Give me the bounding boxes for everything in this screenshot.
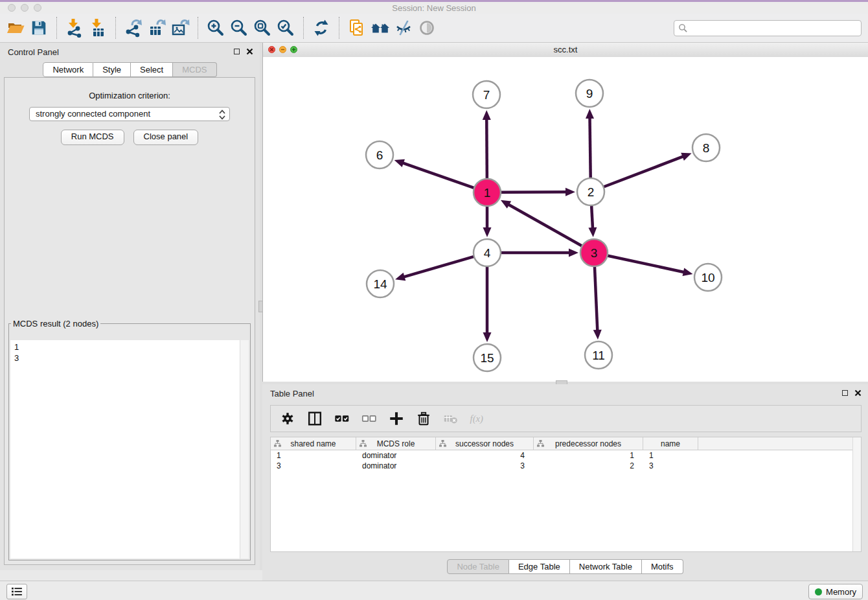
graph-node-label: 9 [586,87,593,100]
table-cell[interactable]: 2 [534,461,643,471]
export-network-icon [124,18,143,38]
tab-edge-table[interactable]: Edge Table [509,559,570,574]
graph-node-label: 7 [483,88,490,102]
graph-node-label: 2 [588,185,595,199]
table-scrollbar[interactable] [852,437,861,551]
tab-mcds[interactable]: MCDS [173,62,216,77]
delete-table-button[interactable] [442,410,460,428]
run-mcds-button[interactable]: Run MCDS [61,130,124,145]
table-cell[interactable]: dominator [356,461,436,471]
select-all-button[interactable] [333,410,351,428]
table-cell[interactable]: 1 [271,450,356,461]
clone-network-button[interactable] [345,16,369,40]
graph-edge-3-10[interactable] [608,255,685,272]
hide-visuals-button[interactable] [392,16,415,40]
save-floppy-icon [30,19,48,37]
zoom-fit-button[interactable] [251,16,274,40]
table-settings-button[interactable] [279,410,297,428]
column-header-successor-nodes[interactable]: successor nodes [436,437,534,450]
column-header-shared-name[interactable]: shared name [271,437,356,450]
show-visuals-button[interactable] [415,16,439,40]
search-input[interactable] [691,23,861,34]
float-panel-icon[interactable] [234,49,240,54]
save-session-button[interactable] [27,16,51,40]
float-panel-icon[interactable] [842,390,848,396]
open-session-button[interactable] [4,16,27,40]
network-title: scc.txt [263,45,868,54]
graph-edge-1-6[interactable] [402,163,474,188]
refresh-button[interactable] [310,16,333,40]
zoom-out-button[interactable] [227,16,251,40]
columns-icon [306,410,323,427]
toolbar-separator [303,17,304,39]
graph-edge-1-2[interactable] [501,192,567,192]
column-header-name[interactable]: name [643,437,698,450]
add-column-button[interactable] [387,410,405,428]
houses-button[interactable] [369,16,392,40]
column-header-mcds-role[interactable]: MCDS role [356,437,436,450]
zoom-out-icon [229,18,249,38]
refresh-icon [312,18,331,38]
export-network-button[interactable] [122,16,145,40]
mcds-result-title: MCDS result (2 nodes) [11,319,100,329]
mcds-result-textarea[interactable]: 1 3 [10,340,249,559]
table-cell[interactable]: 3 [643,461,698,471]
tab-select[interactable]: Select [131,62,173,77]
graph-node-label: 6 [376,148,383,162]
function-builder-button[interactable]: f(x) [469,410,487,428]
graph-edge-3-11[interactable] [595,266,597,331]
column-type-icon [274,440,281,447]
zoom-selected-button[interactable] [274,16,297,40]
table-columns-button[interactable] [306,410,324,428]
tab-node-table[interactable]: Node Table [447,559,509,574]
table-mode-button[interactable] [6,584,27,599]
tab-style[interactable]: Style [93,62,131,77]
zoom-in-button[interactable] [204,16,227,40]
graph-edge-3-1[interactable] [508,204,582,246]
graph-edge-2-9[interactable] [589,117,590,178]
table-row[interactable]: 3dominator323 [271,461,861,471]
deselect-all-button[interactable] [360,410,378,428]
graph-node-label: 14 [373,277,387,291]
import-network-button[interactable] [63,16,86,40]
table-cell[interactable]: dominator [356,450,436,461]
table-row[interactable]: 1dominator411 [271,450,861,461]
graph-edge-1-7[interactable] [486,119,487,179]
table-tabs: Node TableEdge TableNetwork TableMotifs [262,559,868,574]
table-cell[interactable]: 1 [534,450,643,461]
toolbar-separator [56,17,57,39]
network-canvas[interactable]: 7968124314101511 [263,57,868,382]
optimization-criterion-dropdown[interactable]: strongly connected component [29,107,230,121]
status-bar: Memory [0,581,868,600]
column-header-label: MCDS role [377,439,415,448]
table-cell[interactable]: 3 [271,461,356,471]
memory-button[interactable]: Memory [808,584,863,599]
graph-edge-2-8[interactable] [604,156,684,187]
table-cell[interactable]: 1 [643,450,698,461]
export-image-button[interactable] [168,16,192,40]
close-panel-icon[interactable] [854,389,862,397]
close-panel-button[interactable]: Close panel [133,130,199,145]
result-scrollbar[interactable] [240,340,249,559]
table-cell[interactable]: 4 [436,450,534,461]
tab-motifs[interactable]: Motifs [642,559,683,574]
export-table-button[interactable] [145,16,168,40]
search-box[interactable] [674,20,862,36]
table-panel-title: Table Panel [270,389,314,398]
close-panel-icon[interactable] [246,48,253,55]
graph-node-label: 3 [591,246,598,260]
graph-edge-2-3[interactable] [591,205,593,229]
tab-network-table[interactable]: Network Table [570,559,642,574]
node-table-body: 1dominator4113dominator323 [271,450,861,471]
delete-table-icon [442,410,459,427]
graph-edge-arrowhead [569,249,578,257]
list-icon [11,587,23,596]
graph-edge-4-14[interactable] [404,257,474,277]
tab-network[interactable]: Network [43,62,93,77]
table-cell[interactable]: 3 [436,461,534,471]
import-table-button[interactable] [86,16,109,40]
open-folder-icon [6,18,25,38]
delete-column-button[interactable] [415,410,433,428]
column-header-predecessor-nodes[interactable]: predecessor nodes [534,437,643,450]
column-header-label: successor nodes [455,439,514,448]
